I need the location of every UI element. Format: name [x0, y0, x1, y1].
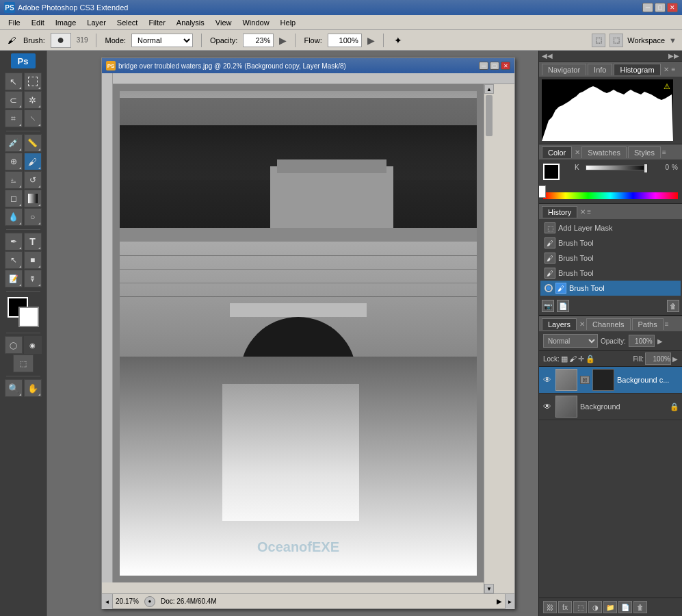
history-item-0[interactable]: ⬚ Add Layer Mask — [540, 220, 681, 235]
magic-wand-tool[interactable]: ✲ — [24, 91, 42, 109]
scroll-right-area[interactable]: ▶ — [497, 598, 502, 605]
k-slider-thumb[interactable] — [644, 164, 648, 173]
audio-tool[interactable]: 🎙 — [24, 270, 42, 287]
fill-arrow[interactable]: ▶ — [672, 355, 678, 363]
lasso-tool[interactable]: ⊂ — [5, 91, 23, 109]
marquee-tool[interactable] — [24, 73, 42, 90]
canvas[interactable]: OceanofEXE — [120, 91, 477, 576]
swatches-tab[interactable]: Swatches — [581, 146, 627, 158]
menu-select[interactable]: Select — [112, 17, 144, 28]
layers-tab[interactable]: Layers — [542, 318, 577, 330]
lock-position-icon[interactable]: ✛ — [578, 355, 584, 363]
pen-tool[interactable]: ✒ — [5, 233, 23, 251]
layer-row-0[interactable]: 👁 ⛓ Background c... — [539, 367, 682, 394]
color-spectrum[interactable] — [543, 192, 678, 199]
v-scrollbar[interactable]: ▲ ▼ — [484, 84, 493, 593]
menu-image[interactable]: Image — [50, 17, 82, 28]
slice-tool[interactable]: ⟍ — [24, 110, 42, 127]
menu-view[interactable]: View — [210, 17, 237, 28]
opacity-input[interactable] — [629, 335, 655, 347]
history-close-icon[interactable]: ✕ — [580, 208, 586, 216]
scroll-thumb-v[interactable] — [486, 95, 493, 136]
delete-history-btn[interactable]: 🗑 — [667, 300, 679, 312]
history-options-icon[interactable]: ≡ — [587, 208, 591, 216]
opacity-input[interactable] — [243, 34, 274, 47]
scroll-left-btn[interactable]: ◄ — [102, 594, 113, 609]
color-options-icon[interactable]: ≡ — [662, 149, 666, 156]
layer-mask-btn[interactable]: ⬚ — [573, 601, 587, 613]
history-brush-tool[interactable]: ↺ — [24, 171, 42, 189]
group-btn[interactable]: 📁 — [603, 601, 617, 613]
histogram-close-icon[interactable]: ✕ — [664, 66, 669, 73]
zoom-icon[interactable]: ● — [144, 596, 155, 607]
new-layer-btn[interactable]: 📄 — [618, 601, 632, 613]
info-tab[interactable]: Info — [588, 64, 612, 75]
menu-help[interactable]: Help — [275, 17, 302, 28]
panel-toggle-2[interactable]: ⬚ — [609, 34, 623, 47]
type-tool[interactable]: T — [24, 233, 42, 251]
gradient-tool[interactable] — [24, 190, 42, 207]
eyedropper-tool[interactable]: 💉 — [5, 134, 23, 152]
spot-heal-tool[interactable]: ⊕ — [5, 153, 23, 170]
menu-layer[interactable]: Layer — [81, 17, 112, 28]
notes-tool[interactable]: 📝 — [5, 270, 23, 287]
history-item-4[interactable]: 🖌 Brush Tool — [540, 281, 681, 296]
shape-tool[interactable]: ■ — [24, 251, 42, 269]
path-select-tool[interactable]: ↖ — [5, 251, 23, 269]
history-item-3[interactable]: 🖌 Brush Tool — [540, 266, 681, 281]
background-color[interactable] — [18, 307, 39, 327]
create-document-btn[interactable]: 📄 — [557, 300, 569, 312]
scroll-up-btn[interactable]: ▲ — [484, 84, 494, 94]
layer-row-1[interactable]: 👁 Background 🔒 — [539, 394, 682, 420]
history-tab[interactable]: History — [542, 206, 577, 218]
history-item-2[interactable]: 🖌 Brush Tool — [540, 251, 681, 266]
layer-visibility-0[interactable]: 👁 — [542, 374, 553, 385]
collapse-right-icon[interactable]: ▶▶ — [668, 52, 679, 60]
navigator-tab[interactable]: Navigator — [542, 64, 586, 75]
adjustment-layer-btn[interactable]: ◑ — [588, 601, 602, 613]
menu-filter[interactable]: Filter — [143, 17, 170, 28]
paths-tab[interactable]: Paths — [632, 318, 664, 330]
brush-tool-icon[interactable]: 🖌 — [5, 34, 18, 47]
styles-tab[interactable]: Styles — [628, 146, 661, 158]
flow-arrow[interactable]: ▶ — [367, 35, 375, 46]
color-close-icon[interactable]: ✕ — [575, 149, 580, 156]
scroll-down-btn[interactable]: ▼ — [484, 584, 494, 593]
menu-file[interactable]: File — [3, 17, 26, 28]
quick-mask-off[interactable]: ◯ — [5, 336, 23, 354]
lock-transparency-icon[interactable]: ▦ — [561, 355, 568, 363]
opacity-arrow[interactable]: ▶ — [279, 35, 287, 46]
eraser-tool[interactable]: ◻ — [5, 190, 23, 207]
link-layers-btn[interactable]: ⛓ — [543, 601, 557, 613]
collapse-left-icon[interactable]: ◀◀ — [542, 52, 553, 60]
dodge-tool[interactable]: ○ — [24, 208, 42, 226]
histogram-tab[interactable]: Histogram — [614, 64, 660, 75]
doc-minimize-button[interactable]: ─ — [479, 62, 488, 70]
delete-layer-btn[interactable]: 🗑 — [633, 601, 647, 613]
channels-tab[interactable]: Channels — [586, 318, 630, 330]
crop-tool[interactable]: ⌗ — [5, 110, 23, 127]
clone-stamp-tool[interactable]: ⎁ — [5, 171, 23, 189]
layer-style-btn[interactable]: fx — [558, 601, 572, 613]
brush-preview[interactable]: ● — [51, 33, 71, 48]
history-item-1[interactable]: 🖌 Brush Tool — [540, 235, 681, 251]
panel-toggle-1[interactable]: ⬚ — [592, 34, 605, 47]
layer-visibility-1[interactable]: 👁 — [542, 401, 553, 412]
opacity-arrow[interactable]: ▶ — [657, 337, 663, 345]
quick-mask-on[interactable]: ◉ — [24, 336, 42, 354]
close-button[interactable]: ✕ — [667, 3, 678, 12]
lock-all-icon[interactable]: 🔒 — [586, 355, 595, 363]
maximize-button[interactable]: □ — [655, 3, 666, 12]
create-snapshot-btn[interactable]: 📷 — [542, 300, 554, 312]
screen-mode[interactable]: ⬚ — [13, 355, 34, 372]
move-tool[interactable]: ↖ — [5, 73, 23, 90]
menu-window[interactable]: Window — [237, 17, 274, 28]
blend-mode-select[interactable]: Normal — [543, 334, 598, 348]
doc-close-button[interactable]: ✕ — [501, 62, 510, 70]
mode-select[interactable]: Normal — [131, 34, 193, 47]
layer-link-0[interactable]: ⛓ — [580, 376, 590, 384]
doc-maximize-button[interactable]: □ — [490, 62, 499, 70]
background-swatch[interactable] — [538, 185, 546, 198]
measure-tool[interactable]: 📏 — [24, 134, 42, 152]
hand-tool[interactable]: ✋ — [24, 379, 42, 397]
